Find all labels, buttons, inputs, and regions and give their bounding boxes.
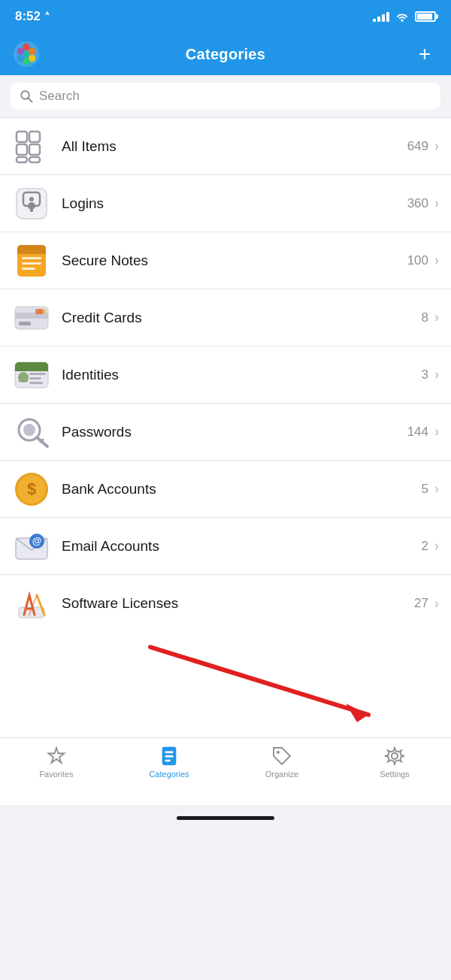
secure-notes-icon — [12, 241, 51, 280]
svg-rect-37 — [29, 373, 46, 375]
chevron-bank-accounts: › — [434, 481, 439, 497]
search-input-wrapper[interactable]: Search — [11, 83, 440, 110]
svg-rect-29 — [19, 322, 31, 325]
chevron-credit-cards: › — [434, 310, 439, 325]
svg-rect-31 — [35, 309, 43, 314]
category-count-bank-accounts: 5 — [422, 482, 428, 497]
category-item-secure-notes[interactable]: Secure Notes 100 › — [0, 232, 451, 289]
status-bar: 8:52 — [0, 0, 451, 33]
passwords-icon — [12, 413, 51, 452]
chevron-all-items: › — [434, 138, 439, 154]
tab-favorites[interactable]: Favorites — [0, 746, 113, 779]
svg-rect-10 — [17, 132, 27, 142]
svg-point-20 — [29, 197, 34, 201]
bank-accounts-icon: $ — [12, 470, 51, 509]
category-name-passwords: Passwords — [62, 424, 407, 440]
chevron-email-accounts: › — [434, 538, 439, 554]
search-icon — [20, 89, 33, 103]
category-count-credit-cards: 8 — [422, 310, 428, 325]
wifi-icon — [395, 11, 409, 22]
svg-rect-34 — [15, 367, 48, 371]
chevron-logins: › — [434, 195, 439, 211]
category-count-software-licenses: 27 — [414, 596, 428, 611]
tab-label-organize: Organize — [265, 770, 299, 779]
add-button[interactable]: + — [410, 44, 439, 65]
home-bar — [177, 816, 274, 820]
svg-rect-26 — [22, 268, 35, 270]
svg-point-41 — [23, 424, 35, 436]
svg-rect-56 — [165, 760, 170, 762]
category-item-credit-cards[interactable]: Credit Cards 8 › — [0, 289, 451, 346]
svg-rect-54 — [165, 751, 173, 753]
svg-point-2 — [29, 47, 36, 54]
category-item-logins[interactable]: Logins 360 › — [0, 175, 451, 232]
logins-icon — [12, 184, 51, 223]
email-accounts-icon: @ — [12, 527, 51, 566]
software-licenses-icon — [12, 584, 51, 623]
svg-rect-12 — [17, 144, 27, 155]
category-name-software-licenses: Software Licenses — [62, 595, 414, 612]
category-count-email-accounts: 2 — [422, 539, 428, 554]
category-item-bank-accounts[interactable]: $ Bank Accounts 5 › — [0, 461, 451, 518]
svg-rect-15 — [29, 157, 40, 162]
category-item-all-items[interactable]: All Items 649 › — [0, 118, 451, 175]
category-name-logins: Logins — [62, 195, 407, 212]
svg-point-6 — [17, 47, 25, 54]
categories-icon — [159, 746, 179, 767]
category-name-bank-accounts: Bank Accounts — [62, 481, 422, 498]
category-item-software-licenses[interactable]: Software Licenses 27 › — [0, 575, 451, 632]
svg-point-58 — [392, 753, 398, 759]
svg-rect-19 — [30, 206, 33, 212]
gear-icon — [384, 746, 405, 767]
tab-label-settings: Settings — [380, 770, 410, 779]
annotation-area — [0, 632, 451, 737]
category-name-email-accounts: Email Accounts — [62, 538, 422, 555]
tab-settings[interactable]: Settings — [338, 746, 451, 779]
location-icon — [44, 11, 51, 22]
category-item-email-accounts[interactable]: @ Email Accounts 2 › — [0, 518, 451, 575]
status-time: 8:52 — [15, 9, 51, 24]
category-count-logins: 360 — [407, 196, 428, 211]
chevron-secure-notes: › — [434, 253, 439, 268]
tab-bar: Favorites Categories Organize Settings — [0, 737, 451, 805]
svg-line-9 — [29, 98, 32, 102]
tab-organize[interactable]: Organize — [226, 746, 338, 779]
all-items-icon — [12, 127, 51, 166]
battery-icon — [415, 11, 436, 22]
tab-label-categories: Categories — [149, 770, 189, 779]
chevron-software-licenses: › — [434, 596, 439, 612]
category-item-passwords[interactable]: Passwords 144 › — [0, 404, 451, 461]
chevron-identities: › — [434, 367, 439, 383]
category-list: All Items 649 › Logins 360 › — [0, 118, 451, 632]
svg-text:@: @ — [32, 535, 42, 546]
tab-categories[interactable]: Categories — [113, 746, 226, 779]
svg-line-43 — [41, 440, 43, 442]
category-count-secure-notes: 100 — [407, 253, 428, 268]
category-count-identities: 3 — [422, 368, 428, 383]
svg-rect-14 — [17, 157, 27, 162]
red-arrow-annotation — [0, 632, 451, 737]
svg-rect-55 — [165, 755, 173, 758]
svg-rect-13 — [29, 144, 40, 155]
identities-icon — [12, 355, 51, 395]
category-count-all-items: 649 — [407, 139, 428, 154]
svg-rect-38 — [29, 377, 41, 380]
tab-label-favorites: Favorites — [39, 770, 73, 779]
svg-point-1 — [23, 44, 30, 51]
app-logo — [12, 40, 41, 68]
svg-rect-23 — [17, 250, 46, 254]
category-item-identities[interactable]: Identities 3 › — [0, 346, 451, 404]
svg-rect-11 — [29, 132, 40, 142]
category-name-credit-cards: Credit Cards — [62, 310, 422, 326]
svg-rect-24 — [22, 257, 41, 259]
search-bar: Search — [0, 75, 451, 118]
signal-icon — [373, 11, 389, 22]
category-name-all-items: All Items — [62, 138, 407, 155]
svg-rect-39 — [29, 382, 43, 384]
status-icons — [373, 11, 436, 22]
svg-rect-36 — [19, 376, 28, 382]
svg-point-5 — [17, 55, 25, 62]
star-icon — [46, 746, 67, 767]
svg-point-57 — [277, 751, 280, 754]
home-indicator — [0, 805, 451, 830]
